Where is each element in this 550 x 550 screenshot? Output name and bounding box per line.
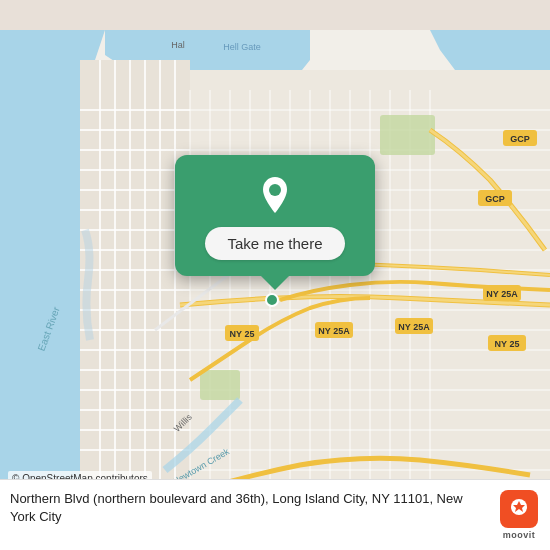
- svg-text:Hal: Hal: [171, 40, 185, 50]
- map-container: NY 25 NY 25A NY 25A NY 25A GCP GCP NY 25…: [0, 0, 550, 550]
- svg-text:NY 25A: NY 25A: [398, 322, 430, 332]
- svg-point-86: [269, 184, 281, 196]
- moovit-logo: moovit: [500, 490, 538, 540]
- svg-point-85: [266, 294, 278, 306]
- svg-text:NY 25A: NY 25A: [318, 326, 350, 336]
- moovit-logo-icon: [500, 490, 538, 528]
- svg-rect-61: [200, 370, 240, 400]
- bottom-bar: Northern Blvd (northern boulevard and 36…: [0, 479, 550, 550]
- address-text: Northern Blvd (northern boulevard and 36…: [10, 490, 490, 526]
- svg-text:NY 25: NY 25: [230, 329, 255, 339]
- moovit-logo-text: moovit: [503, 530, 536, 540]
- svg-rect-60: [380, 115, 435, 155]
- svg-text:NY 25A: NY 25A: [486, 289, 518, 299]
- svg-text:GCP: GCP: [485, 194, 505, 204]
- location-pin-icon: [253, 173, 297, 217]
- svg-text:GCP: GCP: [510, 134, 530, 144]
- take-me-there-button[interactable]: Take me there: [205, 227, 344, 260]
- svg-text:Hell Gate: Hell Gate: [223, 42, 261, 52]
- svg-text:NY 25: NY 25: [495, 339, 520, 349]
- popup-card: Take me there: [175, 155, 375, 276]
- moovit-icon-svg: [505, 495, 533, 523]
